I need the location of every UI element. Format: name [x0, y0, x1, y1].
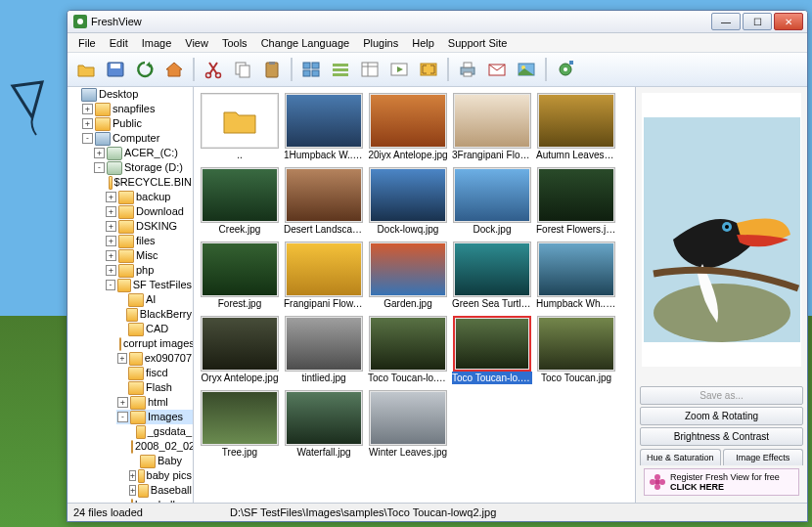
- tree-item[interactable]: +files: [105, 234, 193, 248]
- tree-item[interactable]: -Storage (D:): [93, 160, 193, 175]
- expand-toggle[interactable]: +: [106, 265, 116, 276]
- email-button[interactable]: [484, 57, 510, 82]
- thumbnail-panel[interactable]: ..1Humpback W...jpg20iyx Antelope.jpg3Fr…: [194, 87, 635, 503]
- list-view-button[interactable]: [328, 57, 353, 82]
- thumbnail[interactable]: Dock-lowq.jpg: [368, 167, 448, 236]
- copy-button[interactable]: [230, 57, 255, 82]
- thumbnail[interactable]: Toco Toucan.jpg: [536, 316, 616, 384]
- expand-toggle[interactable]: -: [106, 280, 115, 290]
- tree-item[interactable]: +Download: [105, 204, 193, 219]
- thumbnail[interactable]: Humpback Wh...jpg: [536, 242, 616, 310]
- thumbnail[interactable]: Winter Leaves.jpg: [368, 390, 448, 459]
- open-button[interactable]: [73, 57, 99, 82]
- thumbnail[interactable]: 20iyx Antelope.jpg: [368, 93, 448, 161]
- tab-image-effects[interactable]: Image Effects: [723, 449, 804, 465]
- menu-view[interactable]: View: [178, 35, 215, 51]
- expand-toggle[interactable]: +: [82, 118, 93, 129]
- expand-toggle[interactable]: -: [117, 412, 128, 422]
- tree-item[interactable]: +php: [105, 263, 193, 278]
- tree-item[interactable]: -SF TestFiles: [105, 278, 193, 292]
- expand-toggle[interactable]: +: [106, 192, 116, 202]
- tree-item[interactable]: fiscd: [116, 366, 193, 380]
- zoom-rotate-button[interactable]: Zoom & Rotating: [640, 407, 803, 425]
- thumbnail[interactable]: Toco Toucan-lo...jpg: [368, 316, 448, 384]
- thumbnail[interactable]: Creek.jpg: [200, 167, 280, 236]
- close-button[interactable]: ✕: [774, 13, 803, 30]
- folder-tree[interactable]: Desktop +snapfiles+Public-Computer+ACER_…: [68, 87, 194, 503]
- tree-item[interactable]: _gsdata_: [128, 424, 193, 439]
- tree-item[interactable]: +snapfiles: [81, 102, 193, 116]
- details-view-button[interactable]: [357, 57, 383, 82]
- tree-item[interactable]: +Misc: [105, 248, 193, 263]
- expand-toggle[interactable]: +: [117, 353, 127, 364]
- titlebar[interactable]: FreshView — ☐ ✕: [68, 11, 807, 33]
- tree-item[interactable]: Baby: [128, 454, 193, 468]
- menu-help[interactable]: Help: [405, 35, 441, 51]
- tree-item[interactable]: Flash: [116, 380, 193, 395]
- thumbnail[interactable]: Autumn Leaves.jpg: [536, 93, 616, 161]
- slideshow-button[interactable]: [386, 57, 412, 82]
- print-button[interactable]: [455, 57, 480, 82]
- expand-toggle[interactable]: +: [117, 397, 128, 408]
- refresh-button[interactable]: [132, 57, 158, 82]
- tree-item[interactable]: +ex090707: [116, 351, 193, 366]
- cut-button[interactable]: [201, 57, 226, 82]
- save-button[interactable]: [103, 57, 128, 82]
- thumbnail[interactable]: Waterfall.jpg: [284, 390, 364, 459]
- menu-tools[interactable]: Tools: [215, 35, 254, 51]
- tree-item[interactable]: 2008_02_02: [128, 439, 193, 454]
- thumbnail[interactable]: Frangipani Flow...jpg: [284, 242, 364, 310]
- menu-file[interactable]: File: [71, 35, 103, 51]
- tree-item[interactable]: +ACER_(C:): [93, 146, 193, 160]
- expand-toggle[interactable]: +: [106, 206, 116, 217]
- tree-item[interactable]: -Computer: [81, 131, 193, 146]
- thumbnail[interactable]: tintlied.jpg: [284, 316, 364, 384]
- expand-toggle[interactable]: -: [94, 162, 105, 173]
- tree-item[interactable]: +html: [116, 395, 193, 410]
- menu-edit[interactable]: Edit: [103, 35, 135, 51]
- expand-toggle[interactable]: +: [106, 250, 116, 261]
- tree-item[interactable]: BlackBerry: [116, 307, 193, 322]
- tree-item[interactable]: baseballgame: [128, 498, 193, 503]
- tree-desktop[interactable]: Desktop: [69, 87, 193, 102]
- thumbnail[interactable]: Garden.jpg: [368, 242, 448, 310]
- thumbnail[interactable]: 3Frangipani Flo...jpg: [452, 93, 532, 161]
- tree-item[interactable]: CAD: [116, 322, 193, 336]
- menu-image[interactable]: Image: [135, 35, 179, 51]
- thumbnail[interactable]: Desert Landsca...jpg: [284, 167, 364, 236]
- expand-toggle[interactable]: +: [106, 221, 116, 232]
- expand-toggle[interactable]: +: [82, 104, 93, 114]
- brightness-contrast-button[interactable]: Brightness & Contrast: [640, 427, 803, 446]
- tree-item[interactable]: +backup: [105, 190, 193, 204]
- tree-item[interactable]: +Baseball: [128, 483, 193, 498]
- expand-toggle[interactable]: +: [129, 470, 136, 481]
- expand-toggle[interactable]: +: [106, 236, 116, 246]
- tree-item[interactable]: -Images: [116, 410, 193, 424]
- settings-button[interactable]: [553, 57, 578, 82]
- tree-item[interactable]: +baby pics: [128, 468, 193, 483]
- thumbnail[interactable]: Dock.jpg: [452, 167, 532, 236]
- paste-button[interactable]: [259, 57, 285, 82]
- menu-language[interactable]: Change Language: [254, 35, 357, 51]
- thumbnail[interactable]: ..: [200, 93, 280, 161]
- expand-toggle[interactable]: +: [129, 485, 136, 496]
- thumbnail[interactable]: Tree.jpg: [200, 390, 280, 459]
- tree-item[interactable]: $RECYCLE.BIN: [105, 175, 193, 190]
- minimize-button[interactable]: —: [711, 13, 741, 30]
- tree-item[interactable]: corrupt images: [116, 336, 193, 351]
- register-banner[interactable]: Register Fresh View for free CLICK HERE: [644, 468, 799, 496]
- tab-hue-saturation[interactable]: Hue & Saturation: [640, 449, 721, 465]
- tree-item[interactable]: AI: [116, 292, 193, 307]
- thumbnail[interactable]: Toco Toucan-lo...jpg: [452, 316, 532, 384]
- tree-item[interactable]: +Public: [81, 116, 193, 131]
- menu-plugins[interactable]: Plugins: [356, 35, 405, 51]
- thumbnail[interactable]: Green Sea Turtle.jpg: [452, 242, 532, 310]
- expand-toggle[interactable]: +: [94, 148, 105, 158]
- wallpaper-button[interactable]: [514, 57, 539, 82]
- fullscreen-button[interactable]: [416, 57, 441, 82]
- save-as-button[interactable]: Save as...: [640, 386, 803, 405]
- expand-toggle[interactable]: -: [82, 133, 93, 144]
- menu-support[interactable]: Support Site: [441, 35, 515, 51]
- maximize-button[interactable]: ☐: [743, 13, 772, 30]
- thumbnail[interactable]: 1Humpback W...jpg: [284, 93, 364, 161]
